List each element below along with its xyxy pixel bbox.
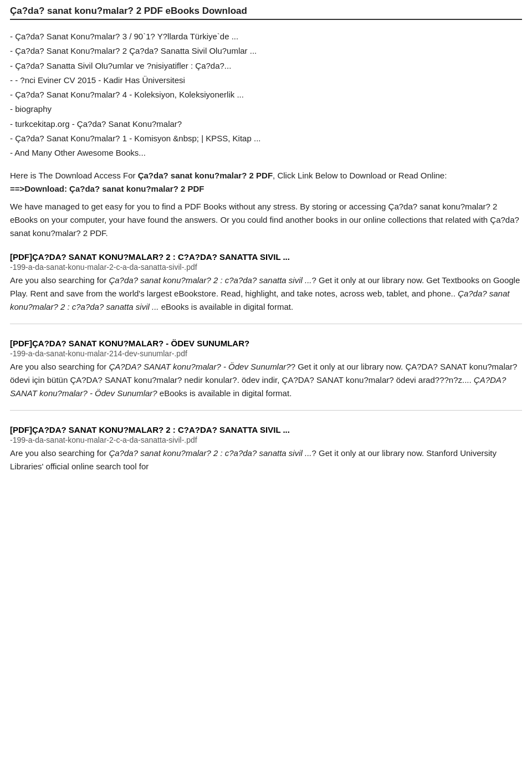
pdf-title: [PDF]ÇA?DA? SANAT KONU?MALAR? 2 : C?A?DA…: [10, 252, 522, 262]
section-divider: [10, 410, 522, 411]
pdf-section: [PDF]ÇA?DA? SANAT KONU?MALAR? 2 : C?A?DA…: [10, 425, 522, 473]
pdf-body: Are you also searching for Ça?da? sanat …: [10, 447, 522, 473]
list-item: - And Many Other Awesome Books...: [10, 146, 522, 159]
pdf-sections-container: [PDF]ÇA?DA? SANAT KONU?MALAR? 2 : C?A?DA…: [10, 252, 522, 473]
list-item: - Ça?da? Sanat Konu?malar? 3 / 90`1? Y?l…: [10, 30, 522, 43]
title-divider: [10, 19, 522, 20]
pdf-url: -199-a-da-sanat-konu-malar-2-c-a-da-sana…: [10, 263, 522, 272]
page-title: Ça?da? sanat konu?malar? 2 PDF eBooks Do…: [10, 6, 522, 17]
pdf-url: -199-a-da-sanat-konu-malar-2-c-a-da-sana…: [10, 436, 522, 444]
pdf-section: [PDF]ÇA?DA? SANAT KONU?MALAR? - ÖDEV SUN…: [10, 339, 522, 411]
download-intro: Here is The Download Access For Ça?da? s…: [10, 169, 522, 196]
list-item: - turkcekitap.org - Ça?da? Sanat Konu?ma…: [10, 117, 522, 130]
list-item: - - ?nci Eviner CV 2015 - Kadir Has Üniv…: [10, 74, 522, 86]
list-item: - biography: [10, 103, 522, 115]
list-item: - Ça?da? Sanatta Sivil Olu?umlar ve ?nis…: [10, 59, 522, 72]
list-item: - Ça?da? Sanat Konu?malar? 4 - Koleksiyo…: [10, 88, 522, 101]
pdf-title: [PDF]ÇA?DA? SANAT KONU?MALAR? 2 : C?A?DA…: [10, 425, 522, 434]
download-body: We have managed to get easy for you to f…: [10, 200, 522, 240]
pdf-title: [PDF]ÇA?DA? SANAT KONU?MALAR? - ÖDEV SUN…: [10, 339, 522, 348]
pdf-url: -199-a-da-sanat-konu-malar-214-dev-sunum…: [10, 349, 522, 358]
list-item: - Ça?da? Sanat Konu?malar? 1 - Komisyon …: [10, 132, 522, 145]
list-item: - Ça?da? Sanat Konu?malar? 2 Ça?da? Sana…: [10, 44, 522, 57]
list-section: - Ça?da? Sanat Konu?malar? 3 / 90`1? Y?l…: [10, 30, 522, 159]
download-section: Here is The Download Access For Ça?da? s…: [10, 169, 522, 240]
section-divider: [10, 324, 522, 324]
pdf-body: Are you also searching for ÇA?DA? SANAT …: [10, 360, 522, 400]
pdf-section: [PDF]ÇA?DA? SANAT KONU?MALAR? 2 : C?A?DA…: [10, 252, 522, 324]
pdf-body: Are you also searching for Ça?da? sanat …: [10, 274, 522, 314]
